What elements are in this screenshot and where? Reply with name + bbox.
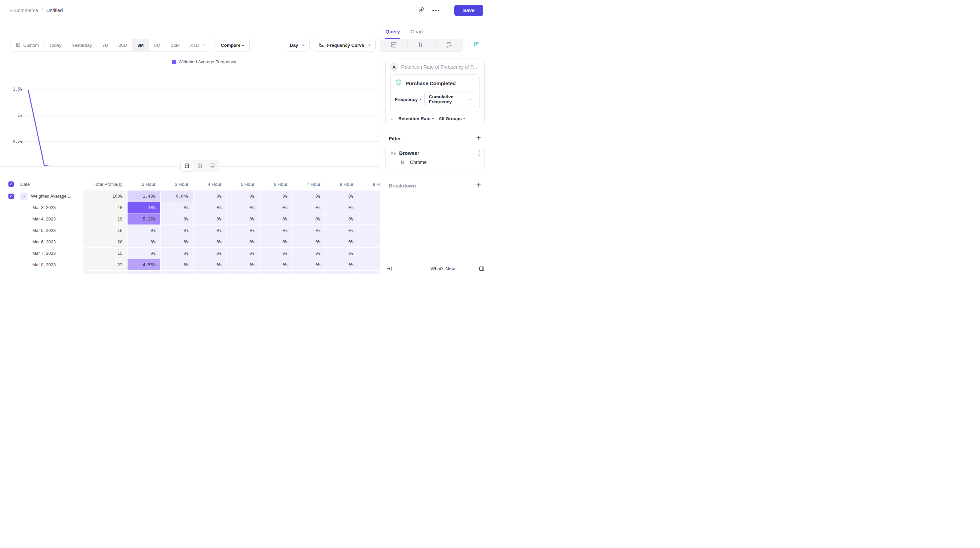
column-header-8[interactable]: 8 Hour xyxy=(325,178,358,190)
table-cell: 0% xyxy=(226,225,259,236)
breadcrumb-separator: / xyxy=(41,8,43,13)
table-cell xyxy=(325,271,358,274)
table-cell: 0% xyxy=(259,213,292,225)
top-header: E-Commerce / Untitled Save xyxy=(0,0,490,21)
breadcrumb-project[interactable]: E-Commerce xyxy=(10,8,38,13)
table-row[interactable]: Mar 7, 2023150%0%0%0%0%0%0%0% xyxy=(0,248,406,259)
column-header-date[interactable]: Date xyxy=(20,178,83,190)
total-profiles-cell: 22 xyxy=(83,259,127,270)
view-bars-button[interactable] xyxy=(407,39,435,52)
query-series-card: A Retention Rate of Frequency of P... Pu… xyxy=(385,59,485,126)
table-row[interactable]: Mar 6, 2023200%0%0%0%0%0%0%0% xyxy=(0,236,406,247)
table-cell: 0% xyxy=(259,202,292,213)
table-row[interactable]: Mar 8, 2023224.55%0%0%0%0%0%0%0% xyxy=(0,259,406,270)
save-button[interactable]: Save xyxy=(454,5,483,16)
header-divider xyxy=(448,6,448,15)
column-header-2[interactable]: 2 Hour xyxy=(127,178,160,190)
column-header-3[interactable]: 3 Hour xyxy=(161,178,193,190)
row-date: Mar 3, 2023 xyxy=(20,202,83,213)
add-breakdown-button[interactable] xyxy=(476,182,481,189)
table-gutter xyxy=(0,248,8,259)
layout-table-only-button[interactable] xyxy=(206,161,218,171)
table-cell: 0% xyxy=(325,191,358,202)
table-row[interactable]: Mar 4, 2023195.26%0%0%0%0%0%0%0% xyxy=(0,213,406,225)
tab-query[interactable]: Query xyxy=(385,29,400,39)
panel-layout-icon[interactable] xyxy=(477,264,486,273)
table-cell: 0% xyxy=(161,236,193,247)
insights-icon xyxy=(390,41,397,49)
table-cell: 0% xyxy=(293,191,325,202)
add-filter-button[interactable] xyxy=(476,135,481,142)
table-cell: 10% xyxy=(127,202,160,213)
layout-split-vertical-button[interactable] xyxy=(194,161,205,171)
column-header-1[interactable]: Total Profile(s) xyxy=(83,178,127,190)
table-cell: 0% xyxy=(325,236,358,247)
table-cell: 0% xyxy=(161,248,193,259)
row-label-cell xyxy=(20,271,83,274)
column-header-7[interactable]: 7 Hour xyxy=(293,178,325,190)
table-cell: 0% xyxy=(226,191,259,202)
view-flow-button[interactable] xyxy=(436,39,463,52)
table-cell: 4.55% xyxy=(127,259,160,270)
table-cell: 0% xyxy=(161,213,193,225)
breadcrumb-report-name[interactable]: Untitled xyxy=(46,8,63,13)
total-profiles-cell: 20 xyxy=(83,236,127,247)
frequency-dropdown[interactable]: Frequency xyxy=(395,97,421,102)
row-label-cell: Weighted Average ... xyxy=(20,191,83,202)
column-header-4[interactable]: 4 Hour xyxy=(194,178,226,190)
measure-dropdown[interactable]: Retention Rate xyxy=(398,116,434,121)
table-cell: 0% xyxy=(127,236,160,247)
filter-value[interactable]: Chrome xyxy=(410,159,427,165)
column-header-5[interactable]: 5 Hour xyxy=(226,178,259,190)
layout-split-horizontal-button[interactable] xyxy=(181,161,193,171)
tab-chart[interactable]: Chart xyxy=(410,29,423,39)
row-checkbox-cell: ✓ xyxy=(8,191,20,202)
total-profiles-cell: 100% xyxy=(83,191,127,202)
more-options-button[interactable] xyxy=(430,4,442,16)
table-row[interactable]: Mar 5, 2023160%0%0%0%0%0%0%0% xyxy=(0,225,406,236)
filter-operator[interactable]: Is xyxy=(401,159,404,165)
row-checkbox[interactable]: ✓ xyxy=(8,194,14,199)
main-content: CustomTodayYesterday7D30D3M6M12MXTD Comp… xyxy=(0,21,380,274)
table-gutter xyxy=(0,202,8,213)
column-header-6[interactable]: 6 Hour xyxy=(259,178,292,190)
row-checkbox-cell xyxy=(8,213,20,225)
expand-row-button[interactable] xyxy=(20,193,28,200)
bars-icon xyxy=(418,41,425,49)
groups-dropdown[interactable]: All Groups xyxy=(439,116,465,121)
table-cell: 0% xyxy=(127,248,160,259)
view-frequency-button[interactable] xyxy=(463,39,490,52)
table-cell: 0% xyxy=(194,248,226,259)
table-cell: 0% xyxy=(226,213,259,225)
table-cell: 0% xyxy=(325,213,358,225)
event-name[interactable]: Purchase Completed xyxy=(406,80,456,86)
row-checkbox-cell xyxy=(8,248,20,259)
filter-card[interactable]: Aa Browser Is Chrome xyxy=(385,146,485,170)
table-gutter xyxy=(0,191,8,202)
cumulative-frequency-dropdown[interactable]: Cumulative Frequency xyxy=(425,92,475,107)
row-checkbox-cell xyxy=(8,202,20,213)
select-all-checkbox[interactable]: ✓ xyxy=(8,182,14,187)
measure-type-icon[interactable]: # xyxy=(391,116,394,121)
filter-property[interactable]: Browser xyxy=(399,150,419,156)
whats-new-link[interactable]: What's New xyxy=(430,266,455,271)
table-cell: 0% xyxy=(325,248,358,259)
table-cell: 0% xyxy=(194,213,226,225)
collapse-panel-button[interactable] xyxy=(385,264,394,273)
copy-link-button[interactable] xyxy=(415,4,427,16)
results-table: ✓DateTotal Profile(s)2 Hour3 Hour4 Hour5… xyxy=(0,178,406,274)
series-title[interactable]: Retention Rate of Frequency of P... xyxy=(401,64,477,70)
filter-title: Filter xyxy=(389,135,401,141)
table-cell xyxy=(226,271,259,274)
filter-kebab-menu[interactable] xyxy=(479,150,480,156)
frequency-curve-chart[interactable]: 0%0.5%1%1.5%2 Hour4 Hour6 Hour8 Hour10 H… xyxy=(0,45,380,166)
svg-text:0%: 0% xyxy=(18,165,22,166)
table-row[interactable]: Mar 3, 20231010%0%0%0%0%0%0%0% xyxy=(0,202,406,213)
table-cell: 0% xyxy=(259,248,292,259)
table-cell: 0% xyxy=(259,259,292,270)
table-cell: 0% xyxy=(226,236,259,247)
view-insights-button[interactable] xyxy=(380,39,407,52)
table-row[interactable]: ✓Weighted Average ...100%1.48%0.04%0%0%0… xyxy=(0,191,406,202)
table-gutter xyxy=(0,236,8,247)
table-cell: 0% xyxy=(293,236,325,247)
